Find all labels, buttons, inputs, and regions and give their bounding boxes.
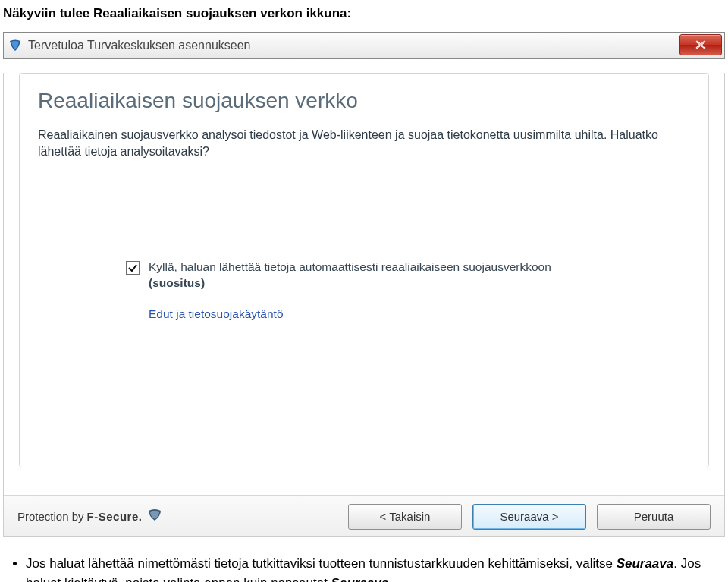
- brand-area: Protection by F-Secure.: [17, 508, 163, 524]
- bullet-button-name-1: Seuraava: [617, 556, 674, 571]
- checkbox-label-main: Kyllä, haluan lähettää tietoja automaatt…: [149, 260, 551, 273]
- back-button[interactable]: < Takaisin: [348, 504, 462, 530]
- brand-prefix: Protection by: [17, 510, 84, 523]
- window-title: Tervetuloa Turvakeskuksen asennukseen: [28, 39, 251, 52]
- bullet-trailing: .: [388, 576, 392, 583]
- checkbox-label: Kyllä, haluan lähettää tietoja automaatt…: [149, 260, 551, 291]
- footer-bar: Protection by F-Secure. < Takaisin Seura…: [4, 495, 724, 536]
- window-body: Reaaliaikaisen suojauksen verkko Reaalia…: [3, 73, 725, 537]
- panel-description: Reaaliaikainen suojausverkko analysoi ti…: [38, 127, 660, 159]
- content-panel: Reaaliaikaisen suojauksen verkko Reaalia…: [19, 73, 709, 467]
- close-button[interactable]: [679, 34, 722, 55]
- consent-checkbox[interactable]: [126, 261, 140, 275]
- checkbox-row: Kyllä, haluan lähettää tietoja automaatt…: [126, 260, 551, 291]
- brand-logo-icon: [146, 508, 163, 524]
- brand-name: F-Secure.: [87, 510, 143, 523]
- doc-intro-text: Näkyviin tulee Reaaliaikaisen suojauksen…: [0, 0, 728, 32]
- installer-window: Tervetuloa Turvakeskuksen asennukseen Re…: [3, 32, 725, 537]
- footer-buttons: < Takaisin Seuraava > Peruuta: [348, 504, 711, 530]
- checkbox-label-suffix: (suositus): [149, 276, 205, 289]
- bullet-button-name-2: Seuraava: [331, 576, 389, 583]
- app-icon: [8, 39, 22, 52]
- bullet-leading: Jos haluat lähettää nimettömästi tietoja…: [26, 556, 617, 571]
- doc-bullet-list: Jos haluat lähettää nimettömästi tietoja…: [6, 554, 722, 582]
- privacy-link[interactable]: Edut ja tietosuojakäytäntö: [149, 307, 284, 321]
- titlebar: Tervetuloa Turvakeskuksen asennukseen: [3, 32, 725, 59]
- checkmark-icon: [127, 263, 138, 273]
- panel-heading: Reaaliaikaisen suojauksen verkko: [38, 89, 690, 113]
- doc-bullet-item: Jos haluat lähettää nimettömästi tietoja…: [26, 554, 722, 582]
- cancel-button[interactable]: Peruuta: [597, 504, 711, 530]
- close-icon: [695, 39, 707, 50]
- next-button[interactable]: Seuraava >: [472, 504, 586, 530]
